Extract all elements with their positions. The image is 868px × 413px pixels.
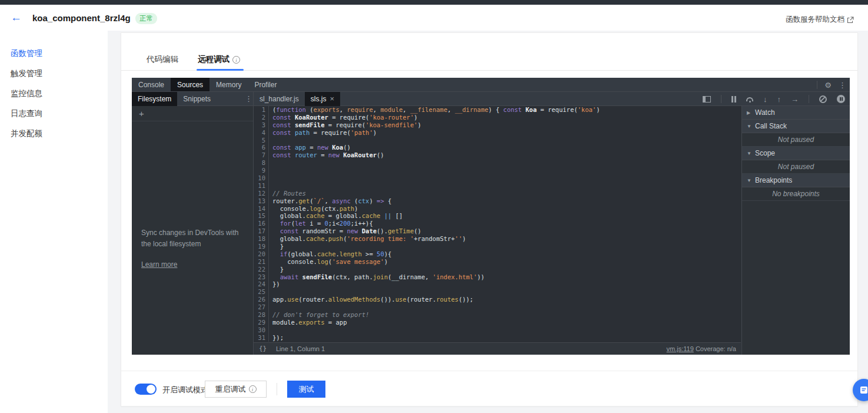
section-header-scope[interactable]: ▼Scope [742,147,850,160]
line-number[interactable]: 23 [254,273,269,281]
step-over-icon[interactable] [746,97,753,101]
code-token: () [377,151,384,158]
code-token: app. [272,296,287,303]
code-text [269,288,272,296]
learn-more-link[interactable]: Learn more [141,260,177,269]
line-number[interactable]: 5 [254,137,269,144]
tab-remote-debug[interactable]: 远程调试 [198,54,240,65]
devtools-panel: ConsoleSourcesMemoryProfiler ⚙ ⋮ Filesys… [132,78,850,355]
section-header-watch[interactable]: ▶Watch [742,106,850,120]
code-token: require [347,106,373,113]
code-token: )) [477,273,485,280]
add-folder-button[interactable]: + [132,106,253,121]
file-tab-sls.js[interactable]: sls.js× [305,92,340,106]
toggle-debugger-sidebar-icon[interactable] [703,96,711,103]
line-number[interactable]: 25 [254,288,269,296]
tab-code-edit[interactable]: 代码编辑 [147,54,178,65]
divider [721,95,721,103]
devtools-tab-sources[interactable]: Sources [171,78,209,91]
code-token: +randomStr+ [414,235,455,242]
section-header-breakpoints[interactable]: ▼Breakpoints [742,174,850,187]
debug-mode-toggle[interactable] [135,384,157,395]
section-header-call-stack[interactable]: ▼Call Stack [742,120,850,133]
code-token: const [272,121,291,128]
settings-gear-icon[interactable]: ⚙ [824,81,832,89]
close-tab-icon[interactable]: × [330,92,334,106]
sidebar-item-日志查询[interactable]: 日志查询 [0,104,108,124]
line-number[interactable]: 30 [254,326,269,334]
code-line: 4const path = require('path') [254,129,741,137]
info-icon[interactable] [232,56,240,64]
editor-file-tabs: sl_handler.jssls.js× [254,92,340,106]
navigator-tab-filesystem[interactable]: Filesystem [132,92,177,106]
devtools-tab-memory[interactable]: Memory [209,78,248,91]
pause-on-exceptions-icon[interactable] [837,95,845,103]
code-line: 3const sendFile = require('koa-sendfile'… [254,121,741,129]
source-link[interactable]: vm.js:119 [667,345,694,352]
code-text [269,174,272,182]
navigator-tab-snippets[interactable]: Snippets [177,92,217,106]
line-number[interactable]: 31 [254,334,269,342]
code-token: = require( [328,114,370,121]
line-number[interactable]: 7 [254,151,269,159]
line-number[interactable]: 28 [254,311,269,319]
code-text: // Routes [269,190,306,197]
devtools-tab-profiler[interactable]: Profiler [248,78,283,91]
code-token: = require( [325,121,366,128]
devtools-second-row: FilesystemSnippets ⋮ sl_handler.jssls.js… [132,92,850,106]
test-button[interactable]: 测试 [287,381,325,398]
code-token: (global. [287,250,317,257]
code-token: 'path' [351,129,373,136]
pretty-print-icon[interactable]: {} [259,345,267,352]
line-number[interactable]: 9 [254,167,269,174]
section-body: No breakpoints [742,187,850,201]
info-icon [249,385,257,393]
line-number[interactable]: 15 [254,212,269,220]
line-number[interactable]: 29 [254,319,269,326]
line-number[interactable]: 17 [254,227,269,235]
line-number[interactable]: 19 [254,243,269,250]
restart-debug-button[interactable]: 重启调试 [205,381,267,398]
line-number[interactable]: 21 [254,258,269,266]
file-tab-sl_handler.js[interactable]: sl_handler.js [254,92,305,106]
line-number[interactable]: 8 [254,159,269,167]
deactivate-breakpoints-icon[interactable] [819,95,827,103]
sidebar-item-并发配额[interactable]: 并发配额 [0,124,108,144]
code-editor[interactable]: 1(function (exports, require, module, __… [254,106,741,342]
navigator-kebab-menu-icon[interactable]: ⋮ [245,95,252,103]
step-into-icon[interactable]: ↓ [763,95,767,103]
line-number[interactable]: 11 [254,182,269,190]
line-number[interactable]: 12 [254,190,269,197]
code-token: join [373,273,388,280]
line-number[interactable]: 13 [254,197,269,205]
line-number[interactable]: 3 [254,121,269,129]
line-number[interactable]: 20 [254,250,269,258]
back-arrow-icon[interactable]: ← [11,11,22,24]
code-token: ( [351,197,358,204]
sidebar-item-触发管理[interactable]: 触发管理 [0,64,108,84]
line-number[interactable]: 24 [254,280,269,288]
kebab-menu-icon[interactable]: ⋮ [839,81,846,89]
sidebar-item-监控信息[interactable]: 监控信息 [0,84,108,104]
line-number[interactable]: 4 [254,129,269,137]
help-doc-link[interactable]: 函数服务帮助文档 [786,15,854,25]
line-number[interactable]: 6 [254,144,269,151]
pause-resume-icon[interactable] [731,96,736,103]
code-text: const app = new Koa() [269,144,351,151]
step-out-icon[interactable]: ↑ [777,95,781,103]
line-number[interactable]: 1 [254,106,269,114]
chevron-right-icon: ▶ [747,106,750,120]
sidebar-item-函数管理[interactable]: 函数管理 [0,44,108,64]
line-number[interactable]: 27 [254,303,269,311]
line-number[interactable]: 16 [254,220,269,227]
line-number[interactable]: 18 [254,235,269,243]
step-icon[interactable]: → [791,95,799,103]
line-number[interactable]: 22 [254,266,269,273]
devtools-tab-console[interactable]: Console [132,78,171,91]
line-number[interactable]: 2 [254,114,269,121]
line-number[interactable]: 14 [254,205,269,213]
line-number[interactable]: 10 [254,174,269,182]
code-token: new [328,151,340,158]
line-number[interactable]: 26 [254,296,269,303]
plus-icon: + [139,108,144,118]
